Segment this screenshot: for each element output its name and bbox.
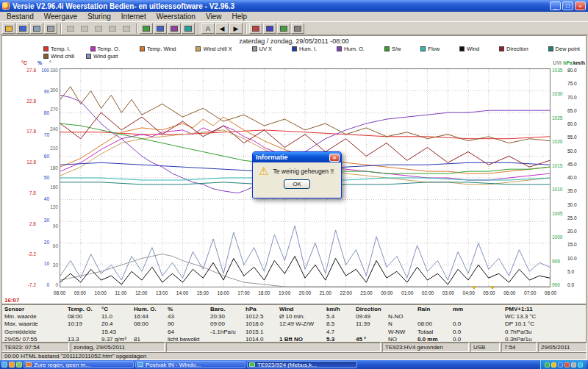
legend-color-icon <box>337 46 342 51</box>
axis-tick: 150 <box>49 185 58 190</box>
minimize-button[interactable]: _ <box>550 1 561 10</box>
legend-item-wind-chill: Wind chill <box>43 53 74 60</box>
axis-km-h-ticks: 80.075.070.065.060.055.050.045.040.035.0… <box>567 68 584 287</box>
status-panel-1: TE923: 07:54 <box>1 343 69 352</box>
tray-icon-2[interactable] <box>551 362 556 368</box>
taskbar-button-te923-924-mebus-k[interactable]: TE923/924 (Mebus,k... <box>247 361 357 368</box>
legend-color-icon <box>43 46 49 51</box>
table-row: 29/05/ 07:5513.39.37 g/m³81licht bewolkt… <box>2 336 586 343</box>
quicklaunch-icon-2[interactable] <box>9 362 15 368</box>
next-button[interactable]: ▶ <box>229 23 243 34</box>
menu-weerstation[interactable]: Weerstation <box>151 12 201 21</box>
table-cell: licht bewolkt <box>165 336 208 343</box>
settings-button[interactable] <box>291 23 304 34</box>
cursor-time-label: 16:07 <box>4 297 19 304</box>
table-cell: DP 10.1 °C <box>476 320 586 327</box>
title-bar: Versie V2.96.4i Weerstation Bedien- en u… <box>0 0 588 12</box>
legend-label: Dew point <box>556 46 580 52</box>
axis-tick: 27.8 <box>20 68 36 73</box>
toolbar-separator <box>136 24 137 34</box>
table-cell: 13.3 <box>65 336 99 343</box>
x-tick-label: 22:00 <box>340 290 352 295</box>
axis-tick: -7.2 <box>20 283 36 287</box>
axis-tick: 2.8 <box>20 222 36 226</box>
x-tick-label: 06:00 <box>503 290 515 295</box>
print-icon <box>47 26 54 32</box>
tray-icon-6[interactable] <box>578 362 583 368</box>
table-cell: NO <box>386 336 415 343</box>
axis-tick: 1035 <box>552 68 567 73</box>
day-view-button[interactable] <box>249 23 262 34</box>
tray-icon-3[interactable] <box>558 362 563 368</box>
table-cell: 11.0 <box>99 313 132 320</box>
table-cell: 9.37 g/m³ <box>99 336 132 343</box>
graph-view-button[interactable] <box>154 23 167 34</box>
x-tick-label: 13:00 <box>156 290 168 295</box>
prev-button[interactable]: ◀ <box>215 23 229 34</box>
grid-view-button[interactable] <box>168 23 181 34</box>
x-tick-label: 08:00 <box>545 290 556 295</box>
window-controls: _ □ × <box>550 1 586 10</box>
table-cell: 20.4 <box>99 320 132 327</box>
legend-color-icon <box>140 46 145 51</box>
menu-bestand[interactable]: Bestand <box>1 12 39 21</box>
month-view-icon <box>280 26 287 32</box>
table-cell: 43 <box>165 313 208 320</box>
menu-help[interactable]: Help <box>226 12 252 21</box>
text-button[interactable]: A <box>201 23 215 34</box>
axis-tick: -2.2 <box>20 252 36 257</box>
dialog-close-icon[interactable]: × <box>329 154 340 162</box>
message-text: 00:00 HTML bestand "201112011052.htm" op… <box>4 353 146 359</box>
quicklaunch-icon-1[interactable] <box>1 362 7 368</box>
undo-icon <box>95 26 102 32</box>
menu-view[interactable]: View <box>201 12 227 21</box>
table-cell: 11:39 <box>354 320 386 327</box>
axis-unit-: ° <box>49 60 51 65</box>
taskbar-button-postvak-in-windo[interactable]: Postvak IN - Windo... <box>135 361 245 368</box>
axis-tick: 75.0 <box>567 82 584 86</box>
x-tick-label: 07:00 <box>524 290 536 295</box>
table-cell: 0.0 mm <box>415 336 451 343</box>
tray-icon-1[interactable] <box>545 362 550 368</box>
open-button[interactable] <box>2 23 15 34</box>
legend-item-wind: Wind <box>459 46 479 52</box>
legend-item-dew-point: Dew point <box>548 46 580 52</box>
menu-weergave[interactable]: Weergave <box>39 12 82 21</box>
legend-item-s-w: S/w <box>384 46 401 52</box>
status-panel-4: TE923:HV4 gevonden <box>382 343 469 352</box>
table-cell: 08:00 <box>132 320 165 327</box>
axis-tick: 1010 <box>552 187 567 192</box>
menu-internet[interactable]: Internet <box>116 12 151 21</box>
axis-tick: 45.0 <box>567 162 584 167</box>
menu-sturing[interactable]: Sturing <box>82 12 116 21</box>
toolbar-separator <box>198 24 198 34</box>
axis-tick: 50 <box>37 176 49 180</box>
print-button[interactable] <box>44 23 57 34</box>
dialog-title: Informatie <box>256 154 288 161</box>
dialog-title-bar[interactable]: Informatie × <box>253 152 341 162</box>
close-button[interactable]: × <box>575 1 586 10</box>
axis-tick: 30 <box>49 263 58 268</box>
export-button[interactable] <box>30 23 43 34</box>
dialog-ok-button[interactable]: OK <box>284 179 310 189</box>
legend-color-icon <box>384 46 390 51</box>
month-view-button[interactable] <box>277 23 290 34</box>
table-cell: Gemiddelde <box>2 329 65 335</box>
axis-tick: 20.0 <box>567 229 584 234</box>
tray-icon-4[interactable] <box>564 362 570 368</box>
quicklaunch-icon-3[interactable] <box>16 362 22 368</box>
stop-icon <box>123 26 130 32</box>
table-cell: 15.43 <box>99 329 132 335</box>
table-view-button[interactable] <box>140 23 153 34</box>
axis-tick: 1015 <box>552 164 567 168</box>
taskbar-button-zure-regen-geen-m[interactable]: Zure regen, geen m... <box>24 361 134 368</box>
x-tick-label: 19:00 <box>279 290 290 295</box>
refresh-button[interactable] <box>182 23 195 34</box>
table-cell: 29/05/ 07:55 <box>2 336 65 343</box>
x-tick-label: 08:00 <box>54 290 65 295</box>
week-view-button[interactable] <box>263 23 276 34</box>
axis-tick: 35.0 <box>567 189 584 193</box>
maximize-button[interactable]: □ <box>562 1 573 10</box>
save-button[interactable] <box>16 23 29 34</box>
tray-icon-5[interactable] <box>571 362 576 368</box>
